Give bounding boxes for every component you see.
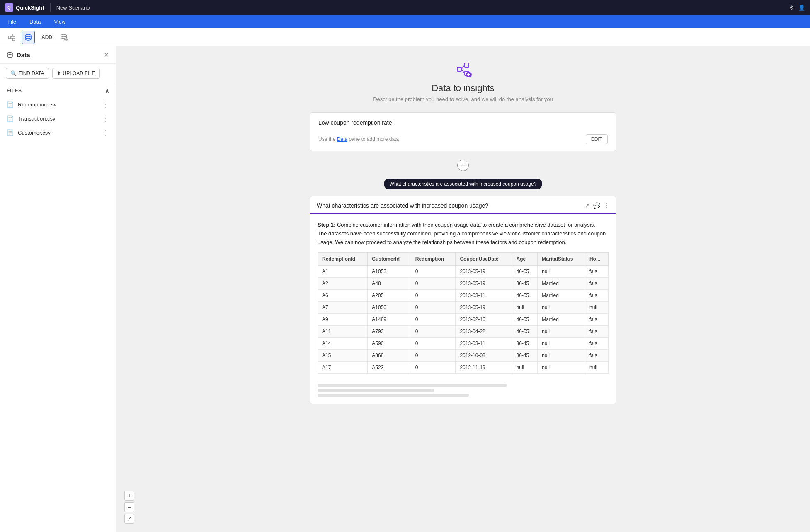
table-row: A9A148902013-02-1646-55Marriedfals xyxy=(318,314,609,326)
find-data-label: FIND DATA xyxy=(19,70,44,76)
file-icon-customer: 📄 xyxy=(7,129,14,136)
sidebar-close-btn[interactable]: ✕ xyxy=(104,52,109,58)
upload-file-btn[interactable]: ⬆ UPLOAD FILE xyxy=(52,68,100,79)
add-scenario-btn[interactable]: + xyxy=(457,160,469,171)
table-row: A15A36802012-10-0836-45nullfals xyxy=(318,350,609,362)
file-menu-customer[interactable]: ⋮ xyxy=(102,129,109,136)
table-cell: Married xyxy=(538,314,585,326)
external-link-icon[interactable]: ↗ xyxy=(585,202,590,209)
toolbar-diagram-icon[interactable] xyxy=(5,31,18,44)
find-data-btn[interactable]: 🔍 FIND DATA xyxy=(6,68,49,79)
zoom-out-btn[interactable]: − xyxy=(124,502,134,512)
table-cell: 2012-10-08 xyxy=(456,350,512,362)
table-row: A6A20502013-03-1146-55Marriedfals xyxy=(318,290,609,302)
table-cell: 2013-04-22 xyxy=(456,326,512,338)
step1-result: The datasets have been successfully comb… xyxy=(318,230,606,245)
table-cell: 0 xyxy=(411,338,456,350)
menu-data[interactable]: Data xyxy=(27,17,43,27)
zoom-expand-btn[interactable]: ⤢ xyxy=(124,514,134,524)
file-menu-transaction[interactable]: ⋮ xyxy=(102,115,109,122)
top-bar-divider xyxy=(50,3,51,12)
top-bar-right: ⚙ 👤 xyxy=(789,5,805,11)
svg-line-14 xyxy=(461,65,465,69)
table-cell: A14 xyxy=(318,338,368,350)
table-cell: Married xyxy=(538,290,585,302)
table-row: A11A79302013-04-2246-55nullfals xyxy=(318,326,609,338)
analysis-card-header: What characteristics are associated with… xyxy=(310,196,616,214)
table-row: A14A59002013-03-1136-45nullfals xyxy=(318,338,609,350)
table-cell: 0 xyxy=(411,290,456,302)
file-item-transaction[interactable]: 📄 Transaction.csv ⋮ xyxy=(0,111,116,126)
comment-icon[interactable]: 💬 xyxy=(593,202,600,209)
table-cell: A11 xyxy=(318,326,368,338)
toolbar: ADD: xyxy=(0,28,810,46)
table-cell: 46-55 xyxy=(512,290,538,302)
analysis-question: What characteristics are associated with… xyxy=(317,202,585,209)
svg-line-15 xyxy=(461,69,465,73)
menu-file[interactable]: File xyxy=(5,17,19,27)
table-cell: fals xyxy=(585,266,608,278)
table-cell: A1053 xyxy=(368,266,411,278)
table-cell: A15 xyxy=(318,350,368,362)
menu-view[interactable]: View xyxy=(51,17,68,27)
files-collapse-icon[interactable]: ∧ xyxy=(105,87,109,94)
file-item-customer[interactable]: 📄 Customer.csv ⋮ xyxy=(0,126,116,140)
sidebar: Data ✕ 🔍 FIND DATA ⬆ UPLOAD FILE Files ∧… xyxy=(0,46,116,532)
edit-btn[interactable]: EDIT xyxy=(586,134,608,144)
quicksight-logo-icon: Q xyxy=(5,3,13,12)
table-cell: A1489 xyxy=(368,314,411,326)
table-cell: 0 xyxy=(411,266,456,278)
scroll-bar-h-3[interactable] xyxy=(318,394,469,397)
table-cell: A368 xyxy=(368,350,411,362)
col-customer-id: CustomerId xyxy=(368,253,411,266)
step1-desc: Combine customer information with their … xyxy=(337,222,595,228)
table-cell: fals xyxy=(585,314,608,326)
app-name: QuickSight xyxy=(16,5,44,11)
table-header-row: RedemptionId CustomerId Redemption Coupo… xyxy=(318,253,609,266)
col-redemption-id: RedemptionId xyxy=(318,253,368,266)
search-icon: 🔍 xyxy=(10,70,17,76)
col-redemption: Redemption xyxy=(411,253,456,266)
file-icon-transaction: 📄 xyxy=(7,115,14,122)
file-menu-redemption[interactable]: ⋮ xyxy=(102,101,109,108)
files-section: Files ∧ 📄 Redemption.csv ⋮ 📄 Transaction… xyxy=(0,83,116,140)
file-item-redemption[interactable]: 📄 Redemption.csv ⋮ xyxy=(0,97,116,111)
sidebar-actions: 🔍 FIND DATA ⬆ UPLOAD FILE xyxy=(0,64,116,83)
table-cell: A6 xyxy=(318,290,368,302)
table-cell: null xyxy=(585,302,608,314)
insights-icon xyxy=(453,59,473,79)
analysis-table: RedemptionId CustomerId Redemption Coupo… xyxy=(318,252,609,374)
data-link[interactable]: Data xyxy=(337,136,347,142)
analysis-header-actions: ↗ 💬 ⋮ xyxy=(585,202,609,209)
table-cell: 0 xyxy=(411,278,456,290)
table-cell: null xyxy=(538,338,585,350)
scroll-bar-h-1[interactable] xyxy=(318,384,507,387)
toolbar-db-icon[interactable] xyxy=(22,31,35,44)
zoom-in-btn[interactable]: + xyxy=(124,491,134,501)
col-coupon-use-date: CouponUseDate xyxy=(456,253,512,266)
table-cell: A48 xyxy=(368,278,411,290)
table-cell: 2013-05-19 xyxy=(456,278,512,290)
table-cell: 2013-03-11 xyxy=(456,290,512,302)
table-cell: 36-45 xyxy=(512,278,538,290)
table-scroll-area xyxy=(310,380,616,404)
more-icon[interactable]: ⋮ xyxy=(604,202,609,209)
quicksight-logo: Q QuickSight xyxy=(5,3,44,12)
scroll-bar-h-2[interactable] xyxy=(318,389,434,392)
table-cell: null xyxy=(512,302,538,314)
table-cell: A9 xyxy=(318,314,368,326)
table-cell: fals xyxy=(585,326,608,338)
table-cell: null xyxy=(538,266,585,278)
layout: Data ✕ 🔍 FIND DATA ⬆ UPLOAD FILE Files ∧… xyxy=(0,46,810,532)
user-icon[interactable]: 👤 xyxy=(798,5,805,11)
problem-card: Low coupon redemption rate Use the Data … xyxy=(310,112,616,151)
table-cell: 36-45 xyxy=(512,350,538,362)
table-cell: A205 xyxy=(368,290,411,302)
analysis-step-1: Step 1: Combine customer information wit… xyxy=(318,221,609,247)
table-cell: 2013-03-11 xyxy=(456,338,512,350)
tooltip-bubble: What characteristics are associated with… xyxy=(384,179,543,189)
toolbar-add-btn[interactable] xyxy=(57,31,70,44)
sidebar-title: Data xyxy=(17,51,100,58)
table-cell: null xyxy=(585,362,608,374)
settings-icon[interactable]: ⚙ xyxy=(789,5,794,11)
